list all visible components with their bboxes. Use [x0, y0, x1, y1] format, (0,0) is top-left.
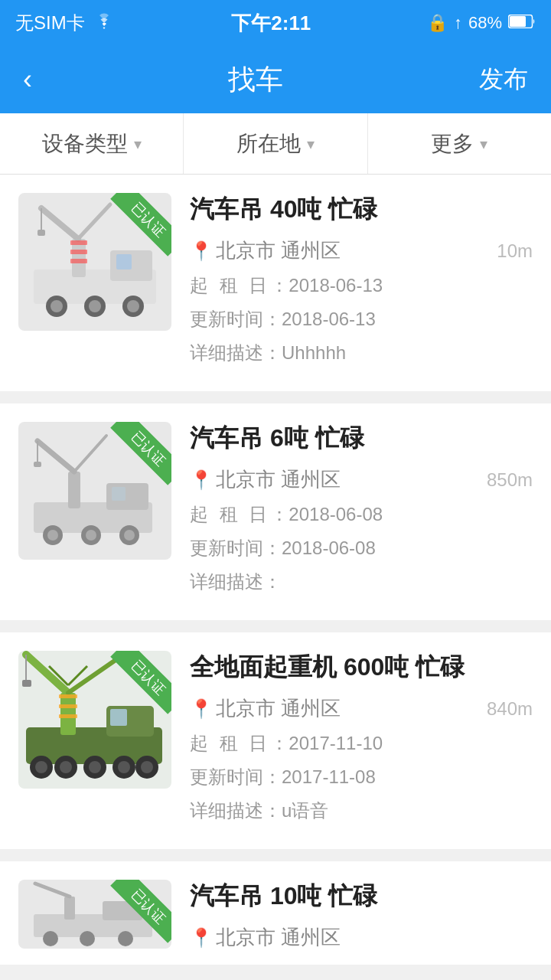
svg-point-46 [60, 761, 72, 773]
svg-rect-21 [112, 487, 126, 501]
wifi-icon [93, 12, 116, 34]
card-info-3: 全地面起重机 600吨 忙碌 📍 北京市 通州区 840m 起 租 日：2017… [190, 651, 533, 831]
svg-rect-36 [60, 693, 76, 735]
location-label: 所在地 [236, 129, 301, 158]
svg-rect-58 [64, 897, 75, 920]
location-text-3: 📍 北京市 通州区 [190, 695, 341, 722]
svg-rect-57 [103, 901, 142, 920]
svg-point-32 [124, 530, 135, 541]
filter-more[interactable]: 更多 ▾ [368, 113, 551, 174]
lock-icon: 🔒 [427, 13, 448, 33]
svg-rect-18 [70, 259, 87, 263]
equipment-type-arrow-icon: ▾ [134, 135, 142, 153]
svg-line-59 [35, 884, 70, 897]
filter-bar: 设备类型 ▾ 所在地 ▾ 更多 ▾ [0, 113, 551, 175]
svg-point-11 [51, 300, 63, 312]
card-location-1: 📍 北京市 通州区 10m [190, 237, 533, 264]
svg-point-60 [43, 931, 58, 946]
svg-line-6 [41, 208, 78, 239]
no-sim-text: 无SIM卡 [15, 11, 85, 35]
card-info-4: 汽车吊 10吨 忙碌 📍 北京市 通州区 [190, 880, 533, 959]
card-item[interactable]: 已认证 汽车吊 6吨 忙碌 📍 北京市 通州区 850m 起 租 日：2018-… [0, 403, 551, 620]
svg-rect-4 [116, 254, 132, 270]
svg-rect-54 [59, 704, 77, 708]
location-pin-icon-2: 📍 [190, 469, 213, 491]
status-time: 下午2:11 [231, 10, 311, 37]
svg-rect-53 [59, 694, 77, 698]
svg-point-13 [89, 300, 101, 312]
location-pin-icon-4: 📍 [190, 927, 213, 949]
card-info-1: 汽车吊 40吨 忙碌 📍 北京市 通州区 10m 起 租 日：2018-06-1… [190, 193, 533, 373]
svg-rect-26 [34, 462, 41, 467]
card-description-2: 详细描述： [190, 568, 533, 596]
svg-rect-40 [22, 680, 31, 687]
card-title-3: 全地面起重机 600吨 忙碌 [190, 651, 533, 684]
svg-line-23 [37, 441, 74, 472]
more-label: 更多 [431, 129, 474, 158]
card-description-1: 详细描述：Uhhhhh [190, 339, 533, 367]
equipment-type-label: 设备类型 [42, 129, 128, 158]
card-update-date-1: 更新时间：2018-06-13 [190, 305, 533, 333]
card-title-1: 汽车吊 40吨 忙碌 [190, 193, 533, 227]
card-title-2: 汽车吊 6吨 忙碌 [190, 422, 533, 456]
svg-line-37 [26, 655, 68, 693]
distance-2: 850m [487, 469, 533, 491]
filter-location[interactable]: 所在地 ▾ [184, 113, 367, 174]
svg-point-30 [86, 530, 96, 541]
filter-equipment-type[interactable]: 设备类型 ▾ [0, 113, 184, 174]
card-item[interactable]: 已认证 汽车吊 40吨 忙碌 📍 北京市 通州区 10m 起 租 日：2018-… [0, 175, 551, 391]
back-button[interactable]: ‹ [23, 64, 32, 96]
card-image-wrap-2: 已认证 [18, 422, 171, 560]
publish-button[interactable]: 发布 [479, 63, 528, 96]
card-start-date-1: 起 租 日：2018-06-13 [190, 272, 533, 299]
svg-line-24 [74, 436, 106, 472]
svg-point-52 [141, 761, 153, 773]
svg-rect-17 [70, 250, 87, 254]
svg-point-15 [127, 300, 139, 312]
svg-line-7 [78, 204, 110, 239]
svg-rect-55 [59, 714, 77, 718]
card-location-2: 📍 北京市 通州区 850m [190, 466, 533, 493]
svg-rect-22 [68, 472, 80, 508]
location-pin-icon-3: 📍 [190, 698, 213, 720]
svg-rect-1 [510, 16, 526, 27]
more-arrow-icon: ▾ [480, 135, 487, 153]
location-arrow-icon: ↑ [454, 13, 462, 33]
card-image-wrap-3: 已认证 [18, 651, 171, 789]
location-pin-icon-1: 📍 [190, 240, 213, 262]
distance-1: 10m [497, 240, 533, 262]
svg-point-62 [118, 931, 133, 946]
location-text-1: 📍 北京市 通州区 [190, 237, 341, 264]
card-update-date-3: 更新时间：2017-11-08 [190, 763, 533, 791]
svg-point-50 [118, 761, 130, 773]
card-start-date-2: 起 租 日：2018-06-08 [190, 501, 533, 528]
svg-point-48 [89, 761, 101, 773]
card-image-wrap-1: 已认证 [18, 193, 171, 331]
battery-text: 68% [468, 13, 502, 33]
status-left: 无SIM卡 [15, 11, 116, 35]
card-description-3: 详细描述：u语音 [190, 797, 533, 825]
card-image-wrap-4: 已认证 [18, 880, 171, 949]
card-list: 已认证 汽车吊 40吨 忙碌 📍 北京市 通州区 10m 起 租 日：2018-… [0, 175, 551, 965]
svg-line-38 [68, 658, 118, 693]
card-location-3: 📍 北京市 通州区 840m [190, 695, 533, 722]
svg-rect-16 [70, 240, 87, 245]
card-start-date-3: 起 租 日：2017-11-10 [190, 730, 533, 757]
status-right: 🔒 ↑ 68% [427, 13, 536, 33]
svg-point-61 [80, 931, 95, 946]
distance-3: 840m [487, 698, 533, 720]
card-location-4: 📍 北京市 通州区 [190, 924, 533, 951]
card-title-4: 汽车吊 10吨 忙碌 [190, 880, 533, 913]
battery-icon [508, 13, 536, 33]
svg-point-28 [47, 530, 58, 541]
nav-bar: ‹ 找车 发布 [0, 46, 551, 113]
nav-title: 找车 [228, 61, 283, 99]
card-item[interactable]: 已认证 全地面起重机 600吨 忙碌 📍 北京市 通州区 840m 起 租 日：… [0, 632, 551, 849]
svg-rect-35 [110, 709, 127, 726]
location-text-4: 📍 北京市 通州区 [190, 924, 341, 951]
svg-rect-9 [37, 230, 45, 236]
svg-point-44 [35, 761, 47, 773]
status-bar: 无SIM卡 下午2:11 🔒 ↑ 68% [0, 0, 551, 46]
card-item-partial[interactable]: 已认证 汽车吊 10吨 忙碌 📍 北京市 通州区 [0, 861, 551, 965]
card-info-2: 汽车吊 6吨 忙碌 📍 北京市 通州区 850m 起 租 日：2018-06-0… [190, 422, 533, 602]
